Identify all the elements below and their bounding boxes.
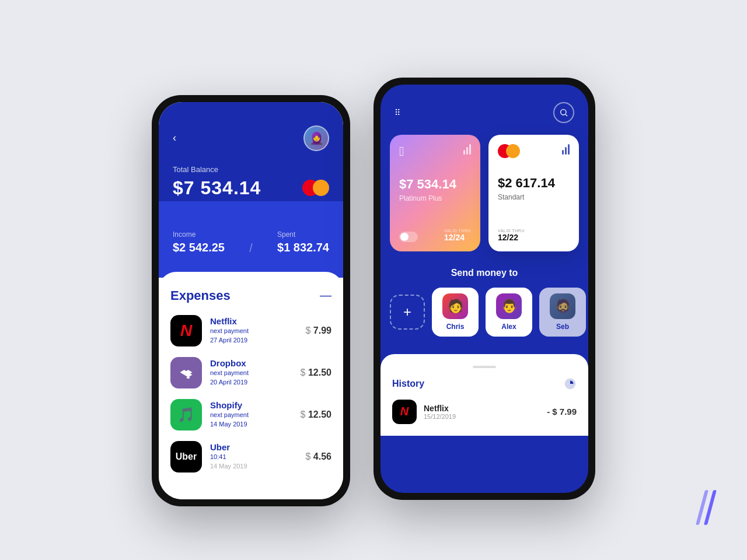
- bar3: [469, 144, 471, 155]
- avatar[interactable]: 🧕: [303, 125, 329, 151]
- mc-orange: [506, 144, 520, 158]
- history-header: History: [392, 377, 577, 390]
- history-netflix-icon: N: [400, 405, 409, 418]
- mc-valid-label: VALID THRU: [498, 229, 525, 233]
- chris-name: Chris: [446, 323, 465, 331]
- expense-uber[interactable]: Uber Uber 10:41 14 May 2019 $ 4.56: [170, 441, 331, 473]
- phone-2-screen: ⠿ : [381, 85, 588, 493]
- netflix-info: Netflix next payment 27 April 2019: [210, 316, 306, 345]
- expense-dropbox[interactable]: Dropbox next payment 20 April 2019 $ 12.…: [170, 357, 331, 388]
- divider: /: [249, 242, 253, 255]
- phones-container: ‹ 🧕 Total Balance $7 534.14 Income $2 54…: [152, 54, 595, 506]
- card-bars-icon: [463, 144, 471, 155]
- netflix-icon: N: [180, 321, 192, 340]
- uber-info: Uber 10:41 14 May 2019: [210, 442, 306, 471]
- history-netflix-info: Netflix 15/12/2019: [424, 404, 540, 420]
- chris-avatar: 🧑: [442, 293, 468, 319]
- history-netflix-amount: - $ 7.99: [547, 407, 577, 416]
- uber-sub: 10:41 14 May 2019: [210, 452, 306, 471]
- uber-amount: $ 4.56: [306, 452, 331, 462]
- menu-dots-icon[interactable]: ⠿: [395, 108, 403, 117]
- svg-point-0: [561, 109, 566, 114]
- mc-card-amount: $2 617.14: [498, 176, 570, 191]
- uber-icon: Uber: [176, 452, 197, 462]
- expenses-header: Expenses —: [170, 288, 331, 303]
- expense-shopify[interactable]: 🎵 Shopify next payment 14 May 2019 $ 12.…: [170, 399, 331, 430]
- dropbox-sub: next payment 20 April 2019: [210, 368, 301, 387]
- mc-bar1: [562, 150, 564, 155]
- netflix-amount: $ 7.99: [306, 326, 331, 336]
- uber-logo: Uber: [170, 441, 202, 473]
- dropbox-name: Dropbox: [210, 358, 301, 368]
- valid-date: 12/24: [444, 233, 471, 242]
- back-button[interactable]: ‹: [173, 132, 176, 144]
- income-label: Income: [173, 230, 225, 239]
- p2-topbar: ⠿: [381, 85, 588, 135]
- apple-card[interactable]:  $7 534.14 Platinum Plus VALID THRU: [390, 135, 480, 251]
- send-money-title: Send money to: [390, 268, 579, 278]
- apple-card-top: : [399, 144, 471, 159]
- balance-row: $7 534.14: [173, 177, 329, 199]
- shopify-sub: next payment 14 May 2019: [210, 410, 301, 429]
- spent-item: Spent $1 832.74: [277, 230, 329, 254]
- balance-label: Total Balance: [173, 165, 329, 174]
- phone-1-screen: ‹ 🧕 Total Balance $7 534.14 Income $2 54…: [159, 102, 343, 499]
- apple-card-type: Platinum Plus: [399, 194, 471, 202]
- spent-value: $1 832.74: [277, 241, 329, 254]
- mc-orange-circle: [313, 180, 329, 196]
- send-contacts: + 🧑 Chris 👨 Alex 🧔 Seb: [390, 288, 579, 337]
- p1-nav: ‹ 🧕: [173, 125, 329, 151]
- p1-expenses: Expenses — N Netflix next payment 27 Apr…: [159, 272, 343, 499]
- mc-card-type: Standart: [498, 193, 570, 201]
- history-netflix[interactable]: N Netflix 15/12/2019 - $ 7.99: [392, 400, 577, 424]
- seb-avatar: 🧔: [550, 293, 575, 319]
- dropbox-info: Dropbox next payment 20 April 2019: [210, 358, 301, 387]
- svg-line-1: [566, 114, 567, 116]
- contact-alex[interactable]: 👨 Alex: [486, 288, 532, 337]
- shopify-name: Shopify: [210, 400, 301, 410]
- dropbox-amount: $ 12.50: [301, 368, 331, 378]
- search-icon: [559, 108, 568, 117]
- history-netflix-logo: N: [392, 400, 417, 424]
- mc-valid-date: 12/22: [498, 233, 525, 242]
- spent-label: Spent: [277, 230, 329, 239]
- bar2: [466, 147, 468, 155]
- expenses-dash: —: [320, 289, 331, 302]
- seb-name: Seb: [556, 323, 569, 331]
- history-netflix-name: Netflix: [424, 404, 540, 413]
- history-section: History N Netflix 15/12/2019 - $ 7.99: [381, 354, 588, 436]
- search-button[interactable]: [553, 102, 574, 123]
- apple-card-valid: VALID THRU 12/24: [444, 229, 471, 242]
- expense-netflix[interactable]: N Netflix next payment 27 April 2019 $ 7…: [170, 315, 331, 346]
- apple-card-bottom: VALID THRU 12/24: [399, 229, 471, 242]
- netflix-logo: N: [170, 315, 202, 346]
- phone-1: ‹ 🧕 Total Balance $7 534.14 Income $2 54…: [152, 95, 350, 506]
- mc-bar3: [568, 144, 570, 155]
- contact-seb[interactable]: 🧔 Seb: [539, 288, 586, 337]
- income-value: $2 542.25: [173, 241, 225, 254]
- p1-header: ‹ 🧕 Total Balance $7 534.14: [159, 102, 343, 219]
- alex-avatar: 👨: [496, 293, 522, 319]
- phone-2: ⠿ : [374, 78, 595, 500]
- add-contact-button[interactable]: +: [390, 295, 425, 330]
- mc-card-bottom: VALID THRU 12/22: [498, 229, 570, 242]
- mc-bar2: [565, 147, 567, 155]
- balance-amount: $7 534.14: [173, 177, 261, 199]
- expenses-title: Expenses: [170, 288, 231, 303]
- mastercard-card[interactable]: $2 617.14 Standart VALID THRU 12/22: [488, 135, 579, 251]
- netflix-sub: next payment 27 April 2019: [210, 326, 306, 345]
- shopify-logo: 🎵: [170, 399, 202, 430]
- mastercard-icon: [302, 180, 329, 196]
- income-item: Income $2 542.25: [173, 230, 225, 254]
- valid-thru-label: VALID THRU: [444, 229, 471, 233]
- send-money-section: Send money to + 🧑 Chris 👨 Alex 🧔 Seb: [381, 268, 588, 348]
- alex-name: Alex: [501, 323, 516, 331]
- mc-logo-icon: [498, 144, 520, 158]
- chart-icon[interactable]: [564, 377, 577, 390]
- uber-name: Uber: [210, 442, 306, 452]
- contact-chris[interactable]: 🧑 Chris: [432, 288, 479, 337]
- p1-income-spent: Income $2 542.25 / Spent $1 832.74: [159, 219, 343, 278]
- history-netflix-date: 15/12/2019: [424, 413, 540, 420]
- netflix-name: Netflix: [210, 316, 306, 326]
- shopify-info: Shopify next payment 14 May 2019: [210, 400, 301, 429]
